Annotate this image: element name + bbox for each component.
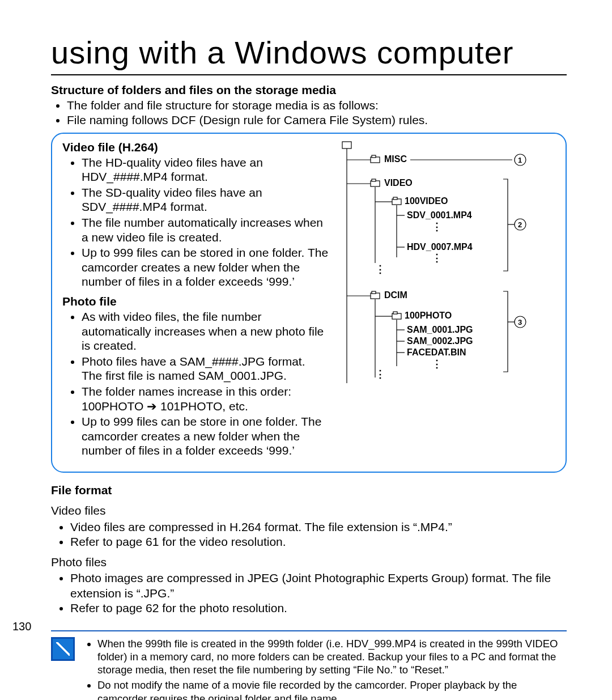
highlighted-box: Video file (H.264) The HD-quality video … <box>51 133 567 473</box>
diagram-sam2: SAM_0002.JPG <box>407 336 473 346</box>
photo-files-bullets: Photo images are compressed in JPEG (Joi… <box>51 571 567 616</box>
ellipsis-icon: ⋮ <box>432 221 442 232</box>
list-item: The folder names increase in this order:… <box>82 384 329 413</box>
list-item: Photo files have a SAM_####.JPG format. … <box>82 354 329 383</box>
list-item: As with video files, the file number aut… <box>82 309 329 353</box>
list-item: The SD-quality video files have an SDV_#… <box>82 185 329 214</box>
structure-intro-list: The folder and file structure for storag… <box>51 98 567 128</box>
list-item: The HD-quality video files have an HDV_#… <box>82 155 329 184</box>
photo-file-bullets: As with video files, the file number aut… <box>62 309 329 458</box>
list-item: Refer to page 62 for the photo resolutio… <box>70 601 567 616</box>
list-item: Up to 999 files can be stored in one fol… <box>82 245 329 289</box>
list-item: Video files are compressed in H.264 form… <box>70 520 567 534</box>
diagram-facedat: FACEDAT.BIN <box>407 347 466 357</box>
list-item: Do not modify the name of a movie file r… <box>97 678 567 700</box>
list-item: File naming follows DCF (Design rule for… <box>67 113 567 128</box>
diagram-callout-2: 2 <box>518 220 522 229</box>
diagram-sam1: SAM_0001.JPG <box>407 325 473 334</box>
ellipsis-icon: ⋮ <box>375 264 385 275</box>
diagram-100video: 100VIDEO <box>405 196 448 206</box>
note-block: When the 999th file is created in the 99… <box>51 630 567 700</box>
video-files-subheading: Video files <box>51 503 567 518</box>
photo-file-heading: Photo file <box>62 295 329 308</box>
list-item: Up to 999 files can be store in one fold… <box>82 414 329 458</box>
file-format-heading: File format <box>51 483 567 498</box>
ellipsis-icon: ⋮ <box>375 368 385 380</box>
note-icon <box>51 637 75 661</box>
list-item: The folder and file structure for storag… <box>67 98 567 113</box>
diagram-sdv: SDV_0001.MP4 <box>407 210 472 220</box>
list-item: The file number automatically increases … <box>82 215 329 244</box>
ellipsis-icon: ⋮ <box>432 252 442 264</box>
diagram-misc: MISC <box>384 154 407 164</box>
diagram-callout-3: 3 <box>518 318 522 326</box>
page-title: using with a Windows computer <box>51 34 567 75</box>
page-number: 130 <box>12 620 31 633</box>
file-format-section: File format Video files Video files are … <box>51 483 567 616</box>
note-list: When the 999th file is created in the 99… <box>85 637 567 700</box>
folder-diagram: MISC 1 VIDEO 100VIDEO SDV <box>335 139 555 464</box>
diagram-callout-1: 1 <box>518 156 522 164</box>
diagram-100photo: 100PHOTO <box>405 311 452 320</box>
video-file-bullets: The HD-quality video files have an HDV_#… <box>62 155 329 289</box>
box-text-column: Video file (H.264) The HD-quality video … <box>62 139 329 464</box>
list-item: Refer to page 61 for the video resolutio… <box>70 534 567 549</box>
list-item: When the 999th file is created in the 99… <box>97 637 567 676</box>
video-file-heading: Video file (H.264) <box>62 141 329 154</box>
diagram-hdv: HDV_0007.MP4 <box>407 242 473 252</box>
diagram-dcim: DCIM <box>384 290 407 300</box>
video-files-bullets: Video files are compressed in H.264 form… <box>51 520 567 550</box>
document-page: using with a Windows computer Structure … <box>0 0 612 700</box>
list-item: Photo images are compressed in JPEG (Joi… <box>70 571 567 601</box>
svg-rect-3 <box>342 142 351 149</box>
ellipsis-icon: ⋮ <box>432 358 442 370</box>
photo-files-subheading: Photo files <box>51 555 567 570</box>
diagram-video: VIDEO <box>384 178 413 188</box>
structure-heading: Structure of folders and files on the st… <box>51 83 567 97</box>
